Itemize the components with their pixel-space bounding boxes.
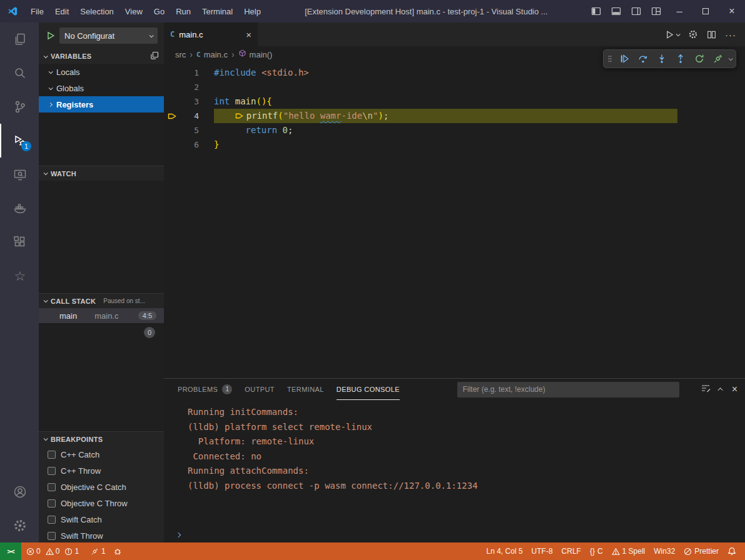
eol-indicator[interactable]: CRLF — [558, 547, 585, 556]
breakpoint-row[interactable]: Swift Catch — [39, 511, 164, 528]
remote-indicator[interactable]: >< — [0, 542, 21, 560]
variables-item-globals[interactable]: Globals — [39, 80, 164, 96]
breakpoint-checkbox[interactable] — [48, 532, 56, 540]
code-text[interactable]: printf("hello wamr-ide\n"); — [214, 109, 388, 123]
menu-edit[interactable]: Edit — [49, 0, 74, 22]
code-text[interactable]: int main(){ — [214, 94, 272, 109]
step-over-button[interactable] — [635, 51, 651, 67]
toggle-sidebar-icon[interactable] — [586, 0, 606, 22]
breakpoint-checkbox[interactable] — [48, 451, 56, 459]
clear-console-icon[interactable] — [701, 383, 711, 396]
collapse-all-icon[interactable] — [150, 51, 159, 62]
breakpoint-row[interactable]: Swift Throw — [39, 528, 164, 542]
encoding-indicator[interactable]: UTF-8 — [528, 547, 557, 556]
breakpoint-row[interactable]: C++ Catch — [39, 446, 164, 462]
launch-config-dropdown[interactable]: No Configurat — [59, 28, 158, 44]
maximize-panel-icon[interactable] — [717, 388, 722, 392]
toggle-panel-icon[interactable] — [606, 0, 626, 22]
toolbar-drag-handle[interactable] — [606, 54, 614, 64]
sidebar-item-remote-explorer[interactable] — [0, 158, 39, 191]
tab-output[interactable]: OUTPUT — [245, 379, 275, 400]
glyph-margin[interactable] — [164, 80, 180, 94]
customize-layout-icon[interactable] — [646, 0, 666, 22]
menu-view[interactable]: View — [119, 0, 148, 22]
cursor-position[interactable]: Ln 4, Col 5 — [483, 547, 527, 556]
glyph-margin[interactable] — [164, 66, 180, 80]
breadcrumb-symbol[interactable]: main() — [238, 49, 273, 59]
code-text[interactable]: } — [214, 138, 219, 152]
glyph-margin[interactable] — [164, 94, 180, 109]
sidebar-item-source-control[interactable] — [0, 90, 39, 124]
split-editor-button[interactable] — [707, 30, 716, 39]
breadcrumb-file[interactable]: C main.c — [196, 50, 228, 59]
platform-indicator[interactable]: Win32 — [650, 547, 679, 556]
breakpoint-checkbox[interactable] — [48, 467, 56, 475]
sidebar-item-extensions[interactable] — [0, 225, 39, 259]
sidebar-item-docker[interactable] — [0, 191, 39, 225]
step-out-button[interactable] — [672, 51, 689, 67]
sidebar-item-search[interactable] — [0, 56, 39, 90]
breakpoint-checkbox[interactable] — [48, 483, 56, 491]
restart-button[interactable] — [691, 51, 707, 67]
menu-help[interactable]: Help — [238, 0, 266, 22]
code-text[interactable]: #include <stdio.h> — [214, 66, 309, 80]
notifications-bell[interactable] — [724, 547, 740, 556]
breakpoint-row[interactable]: Objective C Catch — [39, 479, 164, 495]
menu-go[interactable]: Go — [148, 0, 170, 22]
formatter-status[interactable]: Prettier — [680, 547, 722, 556]
tab-terminal[interactable]: TERMINAL — [287, 379, 324, 400]
breakpoint-checkbox[interactable] — [48, 499, 56, 508]
toggle-secondary-sidebar-icon[interactable] — [626, 0, 646, 22]
code-line[interactable]: 5 return 0; — [164, 123, 745, 138]
sidebar-item-explorer[interactable] — [0, 22, 39, 56]
tab-main-c[interactable]: C main.c × — [164, 22, 258, 46]
step-into-button[interactable] — [654, 51, 670, 67]
breakpoint-row[interactable]: Objective C Throw — [39, 495, 164, 511]
more-actions-button[interactable]: ··· — [725, 29, 736, 40]
disconnect-dropdown-icon[interactable] — [729, 56, 733, 61]
sidebar-item-favorites[interactable]: ☆ — [0, 259, 39, 292]
breadcrumb-folder[interactable]: src — [175, 50, 186, 59]
spell-checker-status[interactable]: 1 Spell — [608, 547, 649, 556]
code-line[interactable]: 3int main(){ — [164, 94, 745, 109]
breakpoint-checkbox[interactable] — [48, 516, 56, 524]
glyph-margin[interactable] — [164, 138, 180, 152]
console-input-row[interactable] — [164, 528, 745, 542]
menu-run[interactable]: Run — [170, 0, 196, 22]
current-line-arrow-icon[interactable] — [164, 109, 180, 123]
variables-item-registers[interactable]: Registers — [39, 96, 164, 112]
breakpoint-row[interactable]: C++ Throw — [39, 462, 164, 479]
ports-indicator[interactable]: 1 — [87, 542, 109, 560]
start-debug-icon[interactable] — [46, 31, 55, 40]
close-tab-icon[interactable]: × — [246, 29, 251, 40]
console-filter-input[interactable] — [457, 382, 679, 398]
call-stack-section-header[interactable]: CALL STACK Paused on st... — [39, 293, 164, 308]
glyph-margin[interactable] — [164, 123, 180, 138]
menu-file[interactable]: File — [25, 0, 49, 22]
variables-section-header[interactable]: VARIABLES — [39, 49, 164, 64]
accounts-button[interactable] — [0, 475, 39, 509]
code-line[interactable]: 2 — [164, 80, 745, 94]
code-line[interactable]: 4 printf("hello wamr-ide\n"); — [164, 109, 745, 123]
close-window-button[interactable]: × — [719, 0, 745, 22]
breakpoints-section-header[interactable]: BREAKPOINTS — [39, 431, 164, 446]
tab-problems[interactable]: PROBLEMS 1 — [178, 379, 232, 400]
run-or-debug-button[interactable] — [665, 30, 679, 39]
variables-item-locals[interactable]: Locals — [39, 64, 164, 80]
code-line[interactable]: 6} — [164, 138, 745, 152]
watch-section-header[interactable]: WATCH — [39, 166, 164, 181]
disconnect-button[interactable] — [710, 51, 726, 67]
stack-frame-row[interactable]: main main.c 4:5 — [39, 308, 164, 323]
code-text[interactable]: return 0; — [214, 123, 293, 138]
settings-button[interactable] — [0, 509, 39, 542]
tab-debug-console[interactable]: DEBUG CONSOLE — [337, 379, 400, 400]
maximize-button[interactable] — [692, 0, 719, 22]
code-editor[interactable]: 1#include <stdio.h>23int main(){4 printf… — [164, 62, 745, 378]
language-mode[interactable]: {} C — [586, 547, 607, 556]
menu-terminal[interactable]: Terminal — [196, 0, 238, 22]
problems-indicator[interactable]: 0 0 1 — [21, 542, 87, 560]
sidebar-item-run-and-debug[interactable]: 1 — [0, 124, 39, 158]
close-panel-icon[interactable]: × — [732, 384, 737, 395]
minimize-button[interactable]: ─ — [666, 0, 692, 22]
settings-gear-button[interactable] — [688, 29, 698, 39]
